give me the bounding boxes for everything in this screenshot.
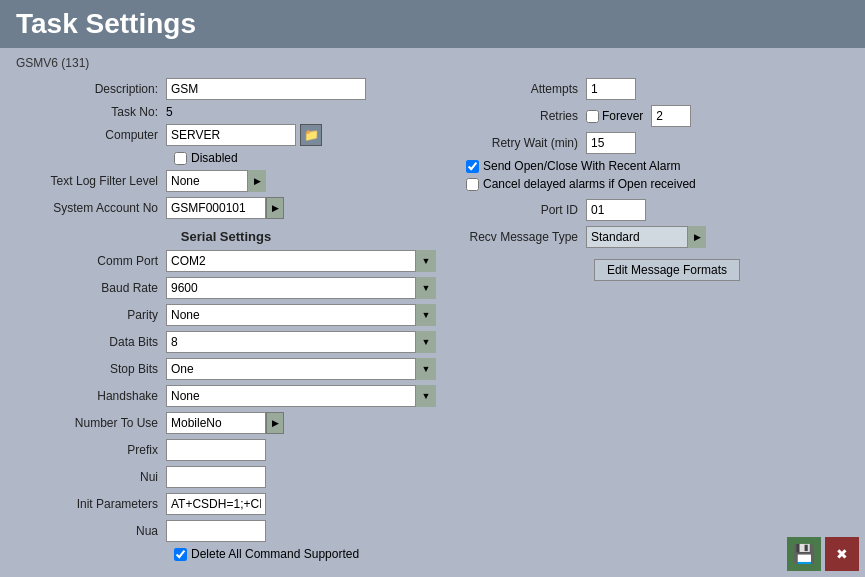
taskno-label: Task No: xyxy=(16,105,166,119)
attempts-input[interactable] xyxy=(586,78,636,100)
portid-label: Port ID xyxy=(456,203,586,217)
save-button[interactable]: 💾 xyxy=(787,537,821,571)
baudrate-select[interactable]: 9600 xyxy=(166,277,436,299)
numbertouse-input[interactable] xyxy=(166,412,266,434)
description-label: Description: xyxy=(16,82,166,96)
prefix-input[interactable] xyxy=(166,439,266,461)
forever-label: Forever xyxy=(602,109,643,123)
databits-label: Data Bits xyxy=(16,335,166,349)
nui-input[interactable] xyxy=(166,466,266,488)
nua-input[interactable] xyxy=(166,520,266,542)
sysaccount-label: System Account No xyxy=(16,201,166,215)
textlog-select[interactable]: None xyxy=(166,170,266,192)
portid-input[interactable] xyxy=(586,199,646,221)
baudrate-label: Baud Rate xyxy=(16,281,166,295)
retrywait-input[interactable] xyxy=(586,132,636,154)
initparams-label: Init Parameters xyxy=(16,497,166,511)
computer-browse-button[interactable]: 📁 xyxy=(300,124,322,146)
page-title: Task Settings xyxy=(16,8,196,39)
delete-cmd-label: Delete All Command Supported xyxy=(191,547,359,561)
cancel-icon: ✖ xyxy=(836,546,848,562)
recvmsg-label: Recv Message Type xyxy=(456,230,586,244)
computer-input[interactable] xyxy=(166,124,296,146)
canceldelayed-label: Cancel delayed alarms if Open received xyxy=(483,177,696,191)
nua-label: Nua xyxy=(16,524,166,538)
recvmsg-select[interactable]: Standard xyxy=(586,226,706,248)
retries-label: Retries xyxy=(456,109,586,123)
cancel-button[interactable]: ✖ xyxy=(825,537,859,571)
disabled-checkbox[interactable] xyxy=(174,152,187,165)
stopbits-select[interactable]: One xyxy=(166,358,436,380)
sendopen-label: Send Open/Close With Recent Alarm xyxy=(483,159,680,173)
sysaccount-arrow-button[interactable]: ▶ xyxy=(266,197,284,219)
handshake-select[interactable]: None xyxy=(166,385,436,407)
parity-select[interactable]: None xyxy=(166,304,436,326)
commport-select[interactable]: COM2 xyxy=(166,250,436,272)
description-input[interactable] xyxy=(166,78,366,100)
delete-cmd-checkbox[interactable] xyxy=(174,548,187,561)
parity-label: Parity xyxy=(16,308,166,322)
subtitle: GSMV6 (131) xyxy=(16,56,849,70)
attempts-label: Attempts xyxy=(456,82,586,96)
save-icon: 💾 xyxy=(793,543,815,565)
edit-message-formats-button[interactable]: Edit Message Formats xyxy=(594,259,740,281)
retries-input[interactable] xyxy=(651,105,691,127)
bottom-bar: 💾 ✖ xyxy=(781,531,865,577)
folder-icon: 📁 xyxy=(304,128,319,142)
taskno-value: 5 xyxy=(166,105,173,119)
arrow-right-icon: ▶ xyxy=(272,203,279,213)
commport-label: Comm Port xyxy=(16,254,166,268)
handshake-label: Handshake xyxy=(16,389,166,403)
textlog-label: Text Log Filter Level xyxy=(16,174,166,188)
numbertouse-arrow-button[interactable]: ▶ xyxy=(266,412,284,434)
databits-select[interactable]: 8 xyxy=(166,331,436,353)
forever-checkbox[interactable] xyxy=(586,110,599,123)
nui-label: Nui xyxy=(16,470,166,484)
sendopen-checkbox[interactable] xyxy=(466,160,479,173)
sysaccount-input[interactable] xyxy=(166,197,266,219)
computer-label: Computer xyxy=(16,128,166,142)
numbertouse-label: Number To Use xyxy=(16,416,166,430)
arrow-right-icon2: ▶ xyxy=(272,418,279,428)
serial-title: Serial Settings xyxy=(16,229,436,244)
stopbits-label: Stop Bits xyxy=(16,362,166,376)
page-title-bar: Task Settings xyxy=(0,0,865,48)
prefix-label: Prefix xyxy=(16,443,166,457)
canceldelayed-checkbox[interactable] xyxy=(466,178,479,191)
retrywait-label: Retry Wait (min) xyxy=(456,136,586,150)
serial-settings-section: Serial Settings Comm Port COM2 Baud Rate xyxy=(16,229,436,561)
disabled-label: Disabled xyxy=(191,151,238,165)
initparams-input[interactable] xyxy=(166,493,266,515)
